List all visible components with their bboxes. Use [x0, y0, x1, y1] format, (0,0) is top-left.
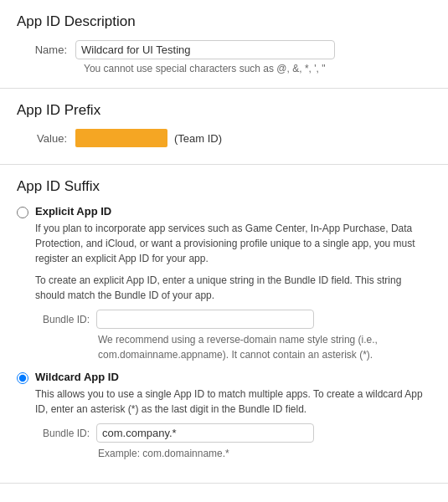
explicit-title: Explicit App ID: [35, 205, 431, 218]
wildcard-title: Wildcard App ID: [35, 371, 431, 383]
explicit-option: Explicit App ID If you plan to incorpora…: [17, 205, 431, 362]
app-description-section: App ID Description Name: You cannot use …: [0, 0, 448, 89]
app-prefix-title: App ID Prefix: [17, 102, 431, 119]
explicit-bundle-hint: We recommend using a reverse-domain name…: [35, 332, 431, 362]
wildcard-option: Wildcard App ID This allows you to use a…: [17, 371, 431, 461]
app-suffix-section: App ID Suffix Explicit App ID If you pla…: [0, 165, 448, 484]
explicit-content: Explicit App ID If you plan to incorpora…: [35, 205, 431, 362]
wildcard-bundle-input[interactable]: [96, 423, 314, 443]
app-description-title: App ID Description: [17, 13, 431, 30]
team-id-block: [75, 129, 167, 147]
explicit-radio[interactable]: [17, 207, 28, 218]
name-input[interactable]: [75, 40, 335, 59]
prefix-row: (Team ID): [75, 129, 222, 147]
explicit-desc1: If you plan to incorporate app services …: [35, 221, 431, 266]
explicit-desc2: To create an explicit App ID, enter a un…: [35, 273, 431, 303]
name-label: Name:: [17, 40, 75, 56]
team-id-label: (Team ID): [174, 132, 222, 145]
wildcard-desc: This allows you to use a single App ID t…: [35, 387, 431, 417]
explicit-bundle-row: Bundle ID:: [35, 310, 431, 329]
name-hint: You cannot use special characters such a…: [17, 63, 431, 74]
wildcard-radio[interactable]: [17, 372, 28, 384]
wildcard-content: Wildcard App ID This allows you to use a…: [35, 371, 431, 461]
wildcard-bundle-label: Bundle ID:: [35, 428, 90, 439]
explicit-bundle-label: Bundle ID:: [35, 314, 90, 325]
app-suffix-title: App ID Suffix: [17, 178, 431, 195]
explicit-bundle-input[interactable]: [96, 310, 314, 329]
name-field-row: Name:: [17, 40, 431, 59]
prefix-value-row: Value: (Team ID): [17, 129, 431, 147]
wildcard-bundle-hint: Example: com.domainname.*: [35, 446, 431, 461]
wildcard-bundle-row: Bundle ID:: [35, 423, 431, 443]
value-label: Value:: [17, 129, 75, 145]
app-prefix-section: App ID Prefix Value: (Team ID): [0, 89, 448, 165]
name-input-wrapper: [75, 40, 431, 59]
